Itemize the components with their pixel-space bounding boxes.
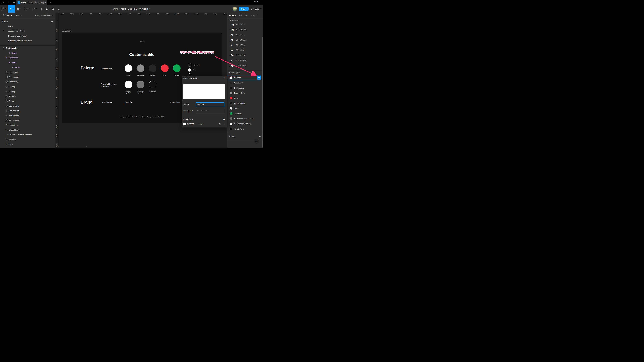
- comment-tool-button[interactable]: [56, 5, 62, 12]
- color-style-row[interactable]: Error: [227, 95, 261, 101]
- page-row[interactable]: ✓ Documentation Asset: [0, 33, 55, 38]
- color-swatch[interactable]: [124, 64, 132, 72]
- tab-layers[interactable]: Layers: [6, 14, 12, 16]
- color-swatch[interactable]: [137, 81, 144, 88]
- frame-title-label[interactable]: Customizable: [62, 30, 72, 32]
- layer-row[interactable]: Intermediate: [0, 113, 55, 118]
- style-settings-button[interactable]: [257, 76, 261, 80]
- color-style-row[interactable]: Intermediate: [227, 90, 261, 96]
- window-control-icon[interactable]: [2, 1, 4, 3]
- new-tab-button[interactable]: +: [49, 1, 52, 4]
- swatch-label[interactable]: error: [164, 75, 166, 76]
- color-style-row[interactable]: Background: [227, 85, 261, 90]
- share-button[interactable]: Share: [239, 7, 248, 11]
- description-input[interactable]: [196, 108, 224, 113]
- breadcrumb-file-name[interactable]: nabla - Outpost UI Kit (Copy): [121, 8, 148, 10]
- property-color-swatch[interactable]: [184, 123, 186, 125]
- avatar[interactable]: [233, 7, 237, 11]
- swatch-label[interactable]: Secondary: [150, 75, 155, 76]
- color-style-row[interactable]: Bg Primary Gradient: [227, 121, 261, 126]
- hand-tool-button[interactable]: [50, 5, 56, 12]
- layer-row[interactable]: success: [0, 137, 55, 142]
- text-style-row[interactable]: Ag B2 · 12/16: [227, 42, 263, 48]
- text-style-row[interactable]: Ag C3 · 10/Auto: [227, 63, 263, 68]
- text-style-row[interactable]: Ag C2 · 12/Auto: [227, 58, 263, 63]
- color-swatch[interactable]: [188, 63, 191, 67]
- hex-value[interactable]: FFFFFF: [187, 123, 197, 125]
- layer-row[interactable]: Secondary: [0, 70, 55, 75]
- color-style-row[interactable]: Bg Elements: [227, 101, 261, 106]
- color-style-row[interactable]: Primary: [227, 75, 261, 80]
- swatch-label[interactable]: background: [150, 91, 156, 92]
- name-input[interactable]: [196, 102, 224, 107]
- page-switcher[interactable]: Components Sheet: [35, 14, 53, 16]
- text-style-row[interactable]: Ag C1 · 15/24: [227, 53, 263, 58]
- tab-inspect[interactable]: Inspect: [252, 14, 258, 16]
- layer-row[interactable]: Chain Icon: [0, 123, 55, 128]
- nabla-logo[interactable]: nabla: [62, 40, 222, 42]
- chain-icon-label[interactable]: Chain Icon: [170, 101, 180, 104]
- horizontal-scrollbar[interactable]: [58, 146, 86, 147]
- color-style-row[interactable]: Secondary: [227, 80, 261, 85]
- text-style-row[interactable]: Ag T3 · 16/24: [227, 32, 263, 37]
- frame-list-item[interactable]: # Customizable: [0, 45, 55, 51]
- file-tab[interactable]: nabla - Outpost UI Kit (Copy) ✕: [16, 0, 48, 5]
- swatch-label[interactable]: success: [174, 75, 179, 76]
- layer-row[interactable]: error: [0, 142, 55, 147]
- palette-heading[interactable]: Palette: [80, 65, 94, 70]
- add-property-button[interactable]: +: [223, 118, 225, 121]
- layer-row[interactable]: Background: [0, 104, 55, 108]
- layer-row[interactable]: Chain Name: [0, 128, 55, 132]
- color-preview-swatch[interactable]: [184, 84, 225, 99]
- text-style-row[interactable]: Ag B3 · 11/13: [227, 48, 263, 53]
- chain-name-label[interactable]: Chain Name: [101, 101, 112, 104]
- color-swatch[interactable]: [188, 68, 191, 71]
- text-tool-button[interactable]: [38, 5, 44, 12]
- fpi-label[interactable]: Frontend Platform Interface: [101, 83, 116, 88]
- chevron-down-icon[interactable]: [149, 8, 150, 9]
- layer-row[interactable]: Primary: [0, 84, 55, 89]
- frame-tool-button[interactable]: [15, 5, 23, 12]
- color-swatch[interactable]: [149, 64, 156, 72]
- color-style-row[interactable]: Text: [227, 106, 261, 111]
- color-swatch[interactable]: [137, 64, 144, 72]
- swatch-label[interactable]: text: [193, 69, 195, 70]
- layer-row[interactable]: Nabla: [0, 60, 55, 65]
- layer-row[interactable]: Frontend Platform Interface: [0, 132, 55, 137]
- remove-property-button[interactable]: −: [224, 123, 225, 125]
- window-control-icon[interactable]: [7, 1, 9, 3]
- color-style-row[interactable]: Bg Secondary Gradient: [227, 116, 261, 121]
- page-row[interactable]: ✓ Components Sheet: [0, 28, 55, 33]
- search-icon[interactable]: [2, 14, 4, 16]
- color-swatch[interactable]: [124, 81, 132, 88]
- layer-row[interactable]: Nabla: [0, 51, 55, 55]
- chain-name-value[interactable]: Nabla: [126, 101, 132, 104]
- help-button[interactable]: ?: [254, 139, 259, 144]
- page-row[interactable]: ✓ Frontend Platform Interface: [0, 38, 55, 43]
- swatch-label[interactable]: bg secondary gradient: [137, 91, 144, 93]
- zoom-control[interactable]: 63%: [255, 8, 261, 10]
- layer-row[interactable]: Primary: [0, 99, 55, 104]
- swatch-label[interactable]: bg primary gradient: [126, 91, 131, 93]
- swatch-label[interactable]: intermediate: [137, 75, 144, 76]
- home-button[interactable]: [12, 0, 16, 5]
- text-style-row[interactable]: Ag B1 · 14/Auto: [227, 37, 263, 42]
- color-swatch[interactable]: [161, 64, 168, 72]
- pen-tool-button[interactable]: [31, 5, 38, 12]
- layer-row[interactable]: Intermediate: [0, 118, 55, 123]
- text-style-row[interactable]: Ag T1 · 24/32: [227, 22, 263, 27]
- annotation-text[interactable]: Click on the settings icon: [180, 51, 214, 54]
- shape-tool-button[interactable]: [23, 5, 31, 12]
- overflow-menu-icon[interactable]: ●●●: [254, 0, 258, 2]
- components-label[interactable]: Components: [101, 68, 112, 70]
- close-icon[interactable]: ✕: [224, 77, 225, 79]
- layer-row[interactable]: Secondary: [0, 79, 55, 84]
- move-tool-button[interactable]: [8, 5, 15, 12]
- layer-row[interactable]: Vector: [0, 65, 55, 70]
- swatch-label[interactable]: bg elements: [193, 64, 200, 65]
- text-style-row[interactable]: Ag T2 · 18/Auto: [227, 27, 263, 32]
- vertical-scrollbar[interactable]: [262, 36, 263, 148]
- tab-assets[interactable]: Assets: [16, 14, 22, 16]
- layer-row[interactable]: Primary: [0, 94, 55, 99]
- visibility-eye-icon[interactable]: [218, 123, 221, 125]
